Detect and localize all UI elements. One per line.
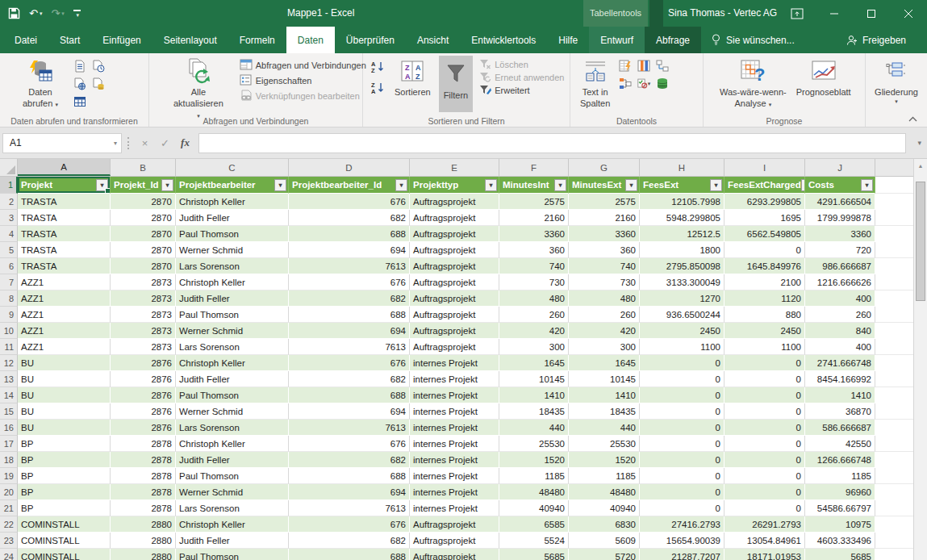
- table-cell[interactable]: 54586.66797: [805, 500, 875, 516]
- table-cell[interactable]: 2870: [111, 194, 176, 210]
- table-cell[interactable]: 586.666687: [805, 420, 875, 436]
- table-cell[interactable]: 26291.2793: [724, 516, 805, 533]
- table-cell[interactable]: 2575: [499, 194, 569, 210]
- table-cell[interactable]: 10145: [499, 371, 569, 387]
- table-cell[interactable]: 730: [499, 274, 569, 290]
- table-cell[interactable]: TRASTA: [18, 210, 111, 226]
- table-cell[interactable]: 1645: [569, 355, 640, 371]
- table-cell[interactable]: Paul Thomson: [176, 307, 289, 323]
- sort-dialog-button[interactable]: ZAAZ Sortieren: [390, 56, 436, 100]
- table-cell[interactable]: 13054.84961: [724, 533, 805, 549]
- table-cell[interactable]: 2575: [569, 194, 640, 210]
- filter-dropdown-icon[interactable]: ▾: [96, 179, 108, 191]
- cell-blank[interactable]: [875, 226, 913, 242]
- table-cell[interactable]: AZZ1: [18, 339, 111, 355]
- table-cell[interactable]: Werner Schmid: [176, 484, 289, 500]
- table-cell[interactable]: 694: [289, 403, 410, 420]
- table-cell[interactable]: 682: [289, 210, 410, 226]
- table-cell[interactable]: 7613: [289, 339, 410, 355]
- table-cell[interactable]: 0: [724, 403, 805, 420]
- table-cell[interactable]: 400: [805, 290, 875, 307]
- column-header-blank[interactable]: [875, 159, 913, 176]
- table-cell[interactable]: 0: [724, 484, 805, 500]
- table-cell[interactable]: Paul Thomson: [176, 549, 289, 560]
- table-cell[interactable]: 0: [640, 371, 724, 387]
- cell-blank[interactable]: [875, 323, 913, 339]
- customize-quick-access-toolbar-button[interactable]: ▾: [73, 10, 81, 18]
- row-header-17[interactable]: 17: [0, 436, 18, 452]
- tab--berpr-fen[interactable]: Überprüfen: [335, 27, 406, 53]
- tab-entwurf[interactable]: Entwurf: [589, 27, 645, 53]
- table-cell[interactable]: internes Projekt: [410, 371, 499, 387]
- table-cell[interactable]: BP: [18, 436, 111, 452]
- select-all-button[interactable]: [0, 159, 18, 176]
- table-cell[interactable]: 25530: [499, 436, 569, 452]
- tab-entwicklertools[interactable]: Entwicklertools: [460, 27, 547, 53]
- table-cell[interactable]: Lars Sorenson: [176, 258, 289, 274]
- table-cell[interactable]: Werner Schmid: [176, 323, 289, 339]
- table-cell[interactable]: 0: [724, 355, 805, 371]
- redo-button[interactable]: ↷▾: [51, 8, 64, 19]
- sort-descending-button[interactable]: ZA: [371, 81, 385, 94]
- table-cell[interactable]: 42550: [805, 436, 875, 452]
- row-header-11[interactable]: 11: [0, 339, 18, 355]
- vertical-scrollbar[interactable]: ▲: [913, 159, 927, 560]
- table-cell[interactable]: 2870: [111, 258, 176, 274]
- table-cell[interactable]: 0: [724, 242, 805, 258]
- cell-blank[interactable]: [875, 355, 913, 371]
- column-header-i[interactable]: I: [724, 159, 805, 176]
- table-cell[interactable]: 1410: [569, 387, 640, 403]
- table-header-costs[interactable]: Costs▾: [805, 177, 875, 194]
- column-header-j[interactable]: J: [805, 159, 875, 176]
- table-header-projekttyp[interactable]: Projekttyp▾: [410, 177, 499, 194]
- column-header-a[interactable]: A: [18, 159, 111, 176]
- table-cell[interactable]: 480: [569, 290, 640, 307]
- table-cell[interactable]: Christoph Keller: [176, 274, 289, 290]
- table-cell[interactable]: 48480: [569, 484, 640, 500]
- table-cell[interactable]: 1520: [569, 452, 640, 468]
- column-header-e[interactable]: E: [410, 159, 499, 176]
- filter-button[interactable]: Filtern: [439, 56, 474, 112]
- row-header-5[interactable]: 5: [0, 242, 18, 258]
- table-cell[interactable]: 40940: [499, 500, 569, 516]
- table-cell[interactable]: 676: [289, 355, 410, 371]
- tab-einf-gen[interactable]: Einfügen: [91, 27, 152, 53]
- tab-daten[interactable]: Daten: [286, 27, 335, 53]
- cell-blank[interactable]: [875, 420, 913, 436]
- table-cell[interactable]: 7613: [289, 420, 410, 436]
- filter-dropdown-icon[interactable]: ▾: [274, 179, 286, 191]
- table-cell[interactable]: 360: [569, 242, 640, 258]
- tab-ansicht[interactable]: Ansicht: [406, 27, 460, 53]
- column-header-f[interactable]: F: [499, 159, 569, 176]
- cell-blank[interactable]: [875, 177, 913, 194]
- table-cell[interactable]: internes Projekt: [410, 468, 499, 484]
- maximize-button[interactable]: [853, 0, 890, 27]
- row-header-8[interactable]: 8: [0, 290, 18, 307]
- table-cell[interactable]: 18435: [569, 403, 640, 420]
- table-cell[interactable]: 0: [724, 436, 805, 452]
- table-cell[interactable]: 730: [569, 274, 640, 290]
- table-cell[interactable]: 12105.7998: [640, 194, 724, 210]
- row-header-1[interactable]: 1: [0, 177, 18, 194]
- table-cell[interactable]: BP: [18, 500, 111, 516]
- table-cell[interactable]: 5720: [569, 549, 640, 560]
- table-cell[interactable]: internes Projekt: [410, 387, 499, 403]
- table-cell[interactable]: 2100: [724, 274, 805, 290]
- table-cell[interactable]: 40940: [569, 500, 640, 516]
- table-cell[interactable]: 2450: [640, 323, 724, 339]
- table-cell[interactable]: Judith Feller: [176, 290, 289, 307]
- cell-blank[interactable]: [875, 242, 913, 258]
- cell-blank[interactable]: [875, 290, 913, 307]
- table-cell[interactable]: Judith Feller: [176, 452, 289, 468]
- row-header-3[interactable]: 3: [0, 210, 18, 226]
- table-cell[interactable]: internes Projekt: [410, 403, 499, 420]
- table-cell[interactable]: 0: [724, 387, 805, 403]
- table-cell[interactable]: 12512.5: [640, 226, 724, 242]
- table-cell[interactable]: 1695: [724, 210, 805, 226]
- table-cell[interactable]: Auftragsprojekt: [410, 226, 499, 242]
- table-cell[interactable]: Lars Sorenson: [176, 339, 289, 355]
- table-cell[interactable]: BU: [18, 355, 111, 371]
- row-header-2[interactable]: 2: [0, 194, 18, 210]
- table-cell[interactable]: 2880: [111, 516, 176, 533]
- table-cell[interactable]: BU: [18, 371, 111, 387]
